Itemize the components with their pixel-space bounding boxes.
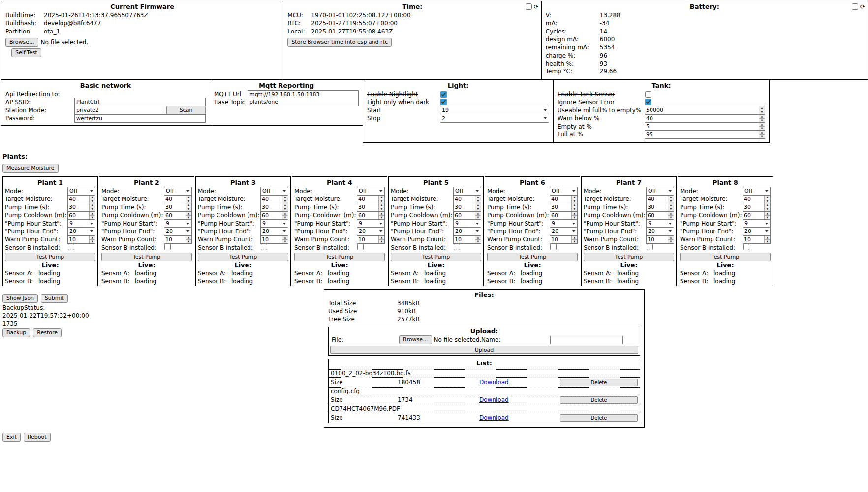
target-moisture-input[interactable]	[261, 196, 282, 203]
spinner-icon[interactable]: ▲▼	[764, 236, 770, 243]
pump-cooldown-input[interactable]	[550, 212, 571, 219]
only-dark-checkbox[interactable]	[440, 99, 447, 105]
download-link[interactable]: Download	[479, 379, 560, 386]
warn-pump-count-input[interactable]	[261, 236, 282, 243]
tank-empty-input[interactable]	[645, 123, 759, 130]
tank-enable-checkbox[interactable]	[645, 91, 651, 98]
pump-hour-start-select[interactable]: 9	[550, 219, 578, 228]
mqtt-url-input[interactable]	[248, 90, 359, 98]
test-pump-button[interactable]: Test Pump	[294, 253, 385, 261]
light-start-select[interactable]: 19	[440, 106, 549, 115]
tank-warn-input[interactable]	[645, 115, 759, 122]
show-json-button[interactable]: Show Json	[2, 294, 38, 303]
exit-button[interactable]: Exit	[2, 433, 21, 442]
pump-time-input[interactable]	[743, 203, 764, 211]
pump-cooldown-input[interactable]	[357, 212, 378, 219]
tank-useable-input[interactable]	[645, 106, 759, 114]
target-moisture-input[interactable]	[454, 196, 475, 203]
sensor-b-checkbox[interactable]	[550, 244, 557, 250]
spinner-icon[interactable]: ▲▼	[759, 131, 765, 138]
delete-button[interactable]: Delete	[560, 396, 638, 404]
reboot-button[interactable]: Reboot	[24, 433, 51, 442]
ap-ssid-input[interactable]	[74, 98, 206, 106]
sensor-b-checkbox[interactable]	[164, 244, 171, 250]
spinner-icon[interactable]: ▲▼	[571, 212, 577, 219]
test-pump-button[interactable]: Test Pump	[101, 253, 192, 261]
sensor-b-checkbox[interactable]	[743, 244, 749, 250]
tank-ignore-checkbox[interactable]	[645, 99, 651, 105]
download-link[interactable]: Download	[479, 396, 560, 403]
spinner-icon[interactable]: ▲▼	[378, 236, 384, 243]
spinner-icon[interactable]: ▲▼	[89, 196, 95, 203]
spinner-icon[interactable]: ▲▼	[378, 196, 384, 203]
time-auto-checkbox[interactable]	[526, 3, 532, 10]
spinner-icon[interactable]: ▲▼	[475, 203, 481, 211]
spinner-icon[interactable]: ▲▼	[186, 236, 191, 243]
target-moisture-input[interactable]	[550, 196, 571, 203]
submit-button[interactable]: Submit	[41, 294, 68, 303]
upload-name-input[interactable]	[550, 336, 623, 344]
pump-hour-start-select[interactable]: 9	[164, 219, 192, 228]
spinner-icon[interactable]: ▲▼	[378, 212, 384, 219]
pump-hour-end-select[interactable]: 20	[550, 227, 578, 236]
spinner-icon[interactable]: ▲▼	[571, 196, 577, 203]
pump-hour-end-select[interactable]: 20	[260, 227, 288, 236]
upload-button[interactable]: Upload	[330, 346, 638, 354]
delete-button[interactable]: Delete	[560, 379, 638, 386]
pump-hour-start-select[interactable]: 9	[646, 219, 674, 228]
spinner-icon[interactable]: ▲▼	[764, 212, 770, 219]
pump-hour-end-select[interactable]: 20	[164, 227, 192, 236]
sensor-b-checkbox[interactable]	[68, 244, 74, 250]
pump-time-input[interactable]	[357, 203, 378, 211]
battery-auto-checkbox[interactable]	[852, 3, 858, 10]
test-pump-button[interactable]: Test Pump	[198, 253, 288, 261]
spinner-icon[interactable]: ▲▼	[668, 236, 674, 243]
spinner-icon[interactable]: ▲▼	[571, 236, 577, 243]
spinner-icon[interactable]: ▲▼	[475, 196, 481, 203]
test-pump-button[interactable]: Test Pump	[5, 253, 95, 261]
test-pump-button[interactable]: Test Pump	[391, 253, 481, 261]
pump-hour-start-select[interactable]: 9	[453, 219, 481, 228]
spinner-icon[interactable]: ▲▼	[668, 212, 674, 219]
nightlight-checkbox[interactable]	[440, 91, 447, 98]
spinner-icon[interactable]: ▲▼	[89, 236, 95, 243]
spinner-icon[interactable]: ▲▼	[282, 236, 288, 243]
refresh-icon[interactable]: ⟳	[534, 4, 539, 10]
scan-button[interactable]: Scan	[166, 106, 206, 115]
spinner-icon[interactable]: ▲▼	[282, 196, 288, 203]
pump-cooldown-input[interactable]	[261, 212, 282, 219]
spinner-icon[interactable]: ▲▼	[186, 212, 191, 219]
pump-cooldown-input[interactable]	[743, 212, 764, 219]
sensor-b-checkbox[interactable]	[261, 244, 267, 250]
download-link[interactable]: Download	[479, 414, 560, 421]
spinner-icon[interactable]: ▲▼	[764, 196, 770, 203]
mode-select[interactable]: Off	[164, 187, 192, 196]
password-input[interactable]	[74, 114, 206, 123]
restore-button[interactable]: Restore	[33, 328, 62, 337]
pump-time-input[interactable]	[164, 203, 186, 211]
pump-time-input[interactable]	[261, 203, 282, 211]
spinner-icon[interactable]: ▲▼	[186, 203, 191, 211]
measure-moisture-button[interactable]: Measure Moisture	[2, 164, 59, 173]
spinner-icon[interactable]: ▲▼	[282, 212, 288, 219]
mode-select[interactable]: Off	[646, 187, 674, 196]
target-moisture-input[interactable]	[68, 196, 89, 203]
backup-button[interactable]: Backup	[2, 328, 30, 337]
spinner-icon[interactable]: ▲▼	[759, 123, 765, 130]
refresh-icon[interactable]: ⟳	[860, 4, 865, 10]
self-test-button[interactable]: Self-Test	[11, 48, 41, 57]
warn-pump-count-input[interactable]	[357, 236, 378, 243]
target-moisture-input[interactable]	[647, 196, 668, 203]
target-moisture-input[interactable]	[357, 196, 378, 203]
pump-cooldown-input[interactable]	[68, 212, 89, 219]
warn-pump-count-input[interactable]	[454, 236, 475, 243]
pump-hour-start-select[interactable]: 9	[357, 219, 385, 228]
spinner-icon[interactable]: ▲▼	[668, 196, 674, 203]
store-time-button[interactable]: Store Browser time into esp and rtc	[287, 38, 392, 47]
mode-select[interactable]: Off	[550, 187, 578, 196]
spinner-icon[interactable]: ▲▼	[571, 203, 577, 211]
spinner-icon[interactable]: ▲▼	[475, 236, 481, 243]
upload-browse-button[interactable]: Browse...	[399, 335, 432, 344]
warn-pump-count-input[interactable]	[164, 236, 186, 243]
mode-select[interactable]: Off	[260, 187, 288, 196]
